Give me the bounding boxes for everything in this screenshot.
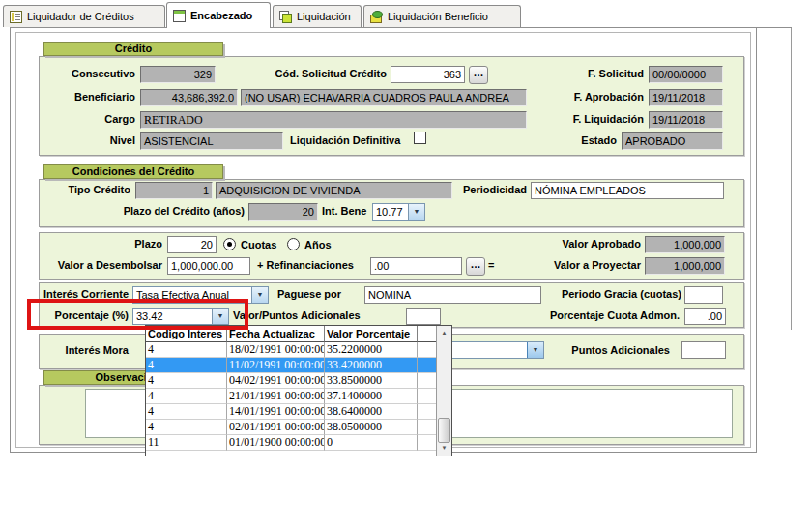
plazo-credito-label: Plazo del Crédito (años) (39, 205, 245, 217)
dropdown-row[interactable]: 4 14/01/1991 00:00:00 38.6400000 (146, 404, 437, 420)
scroll-down-icon[interactable]: ▼ (437, 441, 451, 456)
periodo-gracia-field[interactable] (684, 286, 723, 304)
chevron-down-icon[interactable]: ▼ (408, 204, 424, 220)
cuotas-radio[interactable] (223, 238, 236, 250)
cell-fecha: 01/01/1900 00:00:00 (227, 435, 325, 451)
row-filler (418, 358, 437, 373)
valor-desembolsar-label: Valor a Desembolsar (42, 259, 162, 271)
dropdown-row[interactable]: 11 01/01/1900 00:00:00 0 (146, 435, 437, 451)
puntos-adicionales-label: Puntos Adicionales (546, 344, 670, 356)
dropdown-scrollbar[interactable]: ▲ ▼ (436, 326, 451, 456)
cell-codigo: 4 (146, 342, 227, 358)
tipo-credito-desc-field: ADQUISICION DE VIVIENDA (216, 182, 452, 199)
cell-fecha: 21/01/1991 00:00:00 (227, 389, 325, 404)
interes-mora-label: Interés Mora (32, 344, 129, 356)
condiciones-header: Condiciones del Crédito (44, 164, 223, 179)
cell-fecha: 11/02/1991 00:00:00 (227, 358, 325, 373)
nivel-field: ASISTENCIAL (140, 132, 283, 150)
valor-puntos-label: Valor/Puntos Adicionales (233, 309, 405, 321)
credito-header: Crédito (44, 42, 223, 56)
dropdown-row[interactable]: 4 21/01/1991 00:00:00 37.1400000 (146, 389, 437, 404)
dropdown-row[interactable]: 4 18/02/1991 00:00:00 35.2200000 (146, 342, 437, 358)
anos-radio[interactable] (287, 238, 300, 250)
cell-valor: 37.1400000 (325, 389, 418, 404)
cuota-admon-field[interactable]: .00 (684, 308, 726, 325)
tab-liquidacion[interactable]: Liquidación (273, 5, 362, 27)
beneficiario-label: Beneficiario (39, 91, 135, 103)
tab-liquidador-de-creditos[interactable]: Liquidador de Créditos (3, 5, 165, 27)
valor-aprobado-label: Valor Aprobado (544, 238, 641, 250)
refinanciaciones-field[interactable]: .00 (370, 257, 462, 275)
liquidacion-definitiva-checkbox[interactable] (414, 132, 426, 144)
tab-liquidacion-beneficio[interactable]: Liquidación Beneficio (363, 5, 521, 27)
nivel-label: Nivel (39, 134, 135, 146)
valor-puntos-field[interactable] (406, 308, 441, 325)
int-bene-value: 10.77 (373, 204, 409, 220)
puntos-adicionales-field[interactable] (682, 341, 726, 359)
tipo-credito-label: Tipo Crédito (39, 184, 130, 195)
cell-codigo: 4 (146, 358, 227, 373)
porcentaje-dropdown-grid: Codigo Interes Fecha Actualizac Valor Po… (145, 325, 452, 456)
cell-codigo: 4 (146, 404, 227, 420)
plazo-label: Plazo (90, 238, 162, 250)
chevron-down-icon[interactable]: ▼ (251, 287, 268, 303)
tab-label: Encabezado (190, 10, 252, 21)
anos-label: Años (304, 239, 343, 250)
paguese-por-label: Paguese por (277, 288, 360, 300)
list-icon (10, 11, 22, 23)
cell-valor: 38.0500000 (325, 420, 418, 435)
consecutivo-field: 329 (140, 66, 216, 83)
f-solicitud-label: F. Solicitud (547, 68, 644, 79)
int-bene-combo[interactable]: 10.77 ▼ (372, 203, 425, 221)
liquidacion-definitiva-label: Liquidación Definitiva (290, 134, 411, 146)
cod-solicitud-field[interactable]: 363 (391, 66, 465, 83)
beneficiario-nombre-field: (NO USAR) ECHAVARRIA CUADROS PAULA ANDRE… (241, 89, 527, 106)
plazo-credito-field: 20 (248, 203, 318, 221)
window-right-edge (791, 27, 792, 330)
cell-valor: 35.2200000 (325, 342, 418, 358)
beneficiario-id-field: 43,686,392.0 (140, 89, 238, 106)
app-window: Liquidador de Créditos Encabezado Liquid… (0, 0, 812, 530)
cell-fecha: 14/01/1991 00:00:00 (227, 404, 325, 420)
scrollbar-thumb[interactable] (438, 418, 450, 443)
cargo-label: Cargo (39, 113, 135, 125)
tipo-credito-codigo-field: 1 (135, 182, 213, 199)
scroll-up-icon[interactable]: ▲ (437, 326, 451, 340)
ledger-icon (370, 11, 383, 23)
cell-valor: 33.8500000 (325, 373, 418, 389)
note-icon (279, 11, 292, 23)
annotation-highlight-box (27, 299, 248, 330)
f-aprobacion-field: 19/11/2018 (649, 89, 723, 106)
periodicidad-field[interactable]: NÓMINA EMPLEADOS (531, 182, 724, 199)
valor-proyectar-field: 1,000,000 (645, 257, 725, 275)
valor-desembolsar-field[interactable]: 1,000,000.00 (167, 257, 250, 275)
estado-field: APROBADO (622, 132, 723, 150)
dropdown-row[interactable]: 4 02/01/1991 00:00:00 38.0500000 (146, 420, 437, 435)
refinanciaciones-label: + Refinanciaciones (257, 259, 365, 271)
row-filler (418, 420, 437, 435)
cell-fecha: 18/02/1991 00:00:00 (227, 342, 325, 358)
f-solicitud-field: 00/00/0000 (649, 66, 723, 83)
paguese-por-field[interactable]: NOMINA (364, 286, 541, 304)
cell-valor: 33.4200000 (325, 358, 418, 373)
document-icon (173, 10, 186, 22)
cell-codigo: 4 (146, 373, 227, 389)
row-filler (418, 342, 437, 358)
cod-solicitud-browse-button[interactable]: … (469, 66, 488, 84)
tab-encabezado[interactable]: Encabezado (166, 2, 271, 28)
int-bene-label: Int. Bene (322, 205, 370, 217)
cell-codigo: 11 (146, 435, 227, 451)
cargo-field: RETIRADO (140, 111, 527, 129)
header-filler (418, 326, 437, 342)
tab-label: Liquidación Beneficio (388, 11, 488, 22)
row-filler (418, 404, 437, 420)
refinanciaciones-browse-button[interactable]: … (466, 257, 485, 276)
dropdown-row-selected[interactable]: 4 11/02/1991 00:00:00 33.4200000 (146, 358, 437, 373)
equals-sign: = (488, 259, 500, 271)
window-top-edge (757, 27, 792, 28)
cell-fecha: 04/02/1991 00:00:00 (227, 373, 325, 389)
plazo-field[interactable]: 20 (167, 236, 217, 253)
dropdown-row[interactable]: 4 04/02/1991 00:00:00 33.8500000 (146, 373, 437, 389)
row-filler (418, 435, 437, 451)
chevron-down-icon[interactable]: ▼ (527, 342, 543, 358)
